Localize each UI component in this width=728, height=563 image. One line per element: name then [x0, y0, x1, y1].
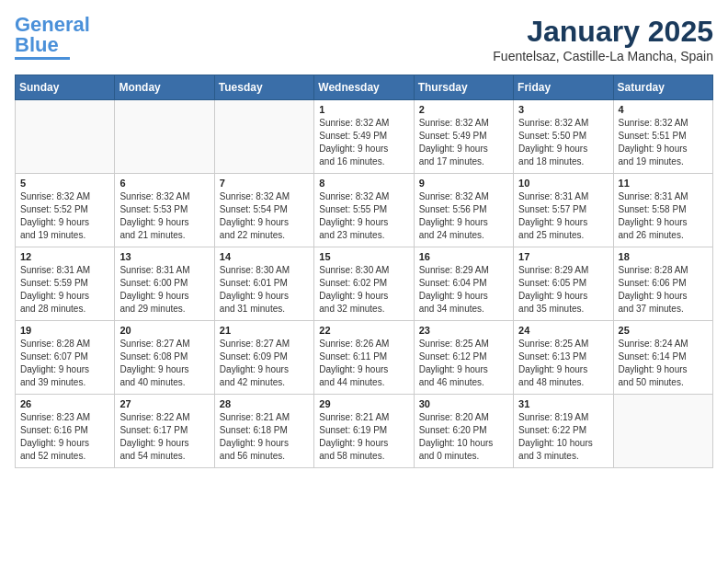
- calendar-cell: 1Sunrise: 8:32 AM Sunset: 5:49 PM Daylig…: [314, 100, 414, 174]
- day-info: Sunrise: 8:24 AM Sunset: 6:14 PM Dayligh…: [619, 338, 708, 389]
- calendar-cell: 23Sunrise: 8:25 AM Sunset: 6:12 PM Dayli…: [414, 321, 513, 395]
- day-info: Sunrise: 8:32 AM Sunset: 5:51 PM Dayligh…: [619, 117, 708, 168]
- calendar-cell: 28Sunrise: 8:21 AM Sunset: 6:18 PM Dayli…: [214, 395, 313, 468]
- day-info: Sunrise: 8:21 AM Sunset: 6:18 PM Dayligh…: [220, 411, 309, 463]
- day-number: 25: [619, 325, 708, 336]
- weekday-header-wednesday: Wednesday: [314, 75, 414, 100]
- calendar-cell: 30Sunrise: 8:20 AM Sunset: 6:20 PM Dayli…: [414, 395, 513, 468]
- day-number: 2: [419, 104, 508, 115]
- calendar-week-row: 1Sunrise: 8:32 AM Sunset: 5:49 PM Daylig…: [16, 100, 713, 174]
- day-number: 9: [419, 178, 508, 189]
- day-number: 20: [119, 325, 209, 336]
- calendar-cell: 5Sunrise: 8:32 AM Sunset: 5:52 PM Daylig…: [16, 174, 115, 247]
- calendar-cell: 10Sunrise: 8:31 AM Sunset: 5:57 PM Dayli…: [514, 174, 613, 247]
- day-info: Sunrise: 8:26 AM Sunset: 6:11 PM Dayligh…: [319, 338, 408, 389]
- day-number: 24: [518, 325, 608, 336]
- day-info: Sunrise: 8:22 AM Sunset: 6:17 PM Dayligh…: [119, 411, 209, 463]
- calendar-cell: 17Sunrise: 8:29 AM Sunset: 6:05 PM Dayli…: [514, 247, 613, 321]
- day-number: 12: [20, 251, 109, 262]
- calendar-cell: 16Sunrise: 8:29 AM Sunset: 6:04 PM Dayli…: [414, 247, 513, 321]
- page-header: General Blue January 2025 Fuentelsaz, Ca…: [15, 15, 713, 63]
- calendar-cell: 27Sunrise: 8:22 AM Sunset: 6:17 PM Dayli…: [115, 395, 214, 468]
- day-number: 5: [20, 178, 109, 189]
- weekday-header-friday: Friday: [514, 75, 613, 100]
- logo-underline: [15, 57, 70, 60]
- day-number: 19: [20, 325, 109, 336]
- day-number: 11: [619, 178, 708, 189]
- logo-blue: Blue: [15, 35, 59, 55]
- calendar-cell: 12Sunrise: 8:31 AM Sunset: 5:59 PM Dayli…: [16, 247, 115, 321]
- calendar-cell: 8Sunrise: 8:32 AM Sunset: 5:55 PM Daylig…: [314, 174, 414, 247]
- calendar-cell: 22Sunrise: 8:26 AM Sunset: 6:11 PM Dayli…: [314, 321, 414, 395]
- calendar-subtitle: Fuentelsaz, Castille-La Mancha, Spain: [493, 49, 713, 63]
- calendar-cell: [115, 100, 214, 174]
- day-number: 30: [419, 398, 508, 409]
- day-number: 7: [220, 178, 309, 189]
- day-number: 22: [319, 325, 408, 336]
- calendar-cell: 7Sunrise: 8:32 AM Sunset: 5:54 PM Daylig…: [214, 174, 313, 247]
- day-info: Sunrise: 8:32 AM Sunset: 5:54 PM Dayligh…: [220, 190, 309, 242]
- day-info: Sunrise: 8:30 AM Sunset: 6:02 PM Dayligh…: [319, 264, 408, 316]
- day-info: Sunrise: 8:32 AM Sunset: 5:55 PM Dayligh…: [319, 190, 408, 242]
- day-number: 21: [220, 325, 309, 336]
- weekday-header-thursday: Thursday: [414, 75, 513, 100]
- day-number: 14: [220, 251, 309, 262]
- calendar-cell: 21Sunrise: 8:27 AM Sunset: 6:09 PM Dayli…: [214, 321, 313, 395]
- day-info: Sunrise: 8:32 AM Sunset: 5:53 PM Dayligh…: [119, 190, 209, 242]
- day-info: Sunrise: 8:23 AM Sunset: 6:16 PM Dayligh…: [20, 411, 109, 463]
- day-number: 16: [419, 251, 508, 262]
- day-info: Sunrise: 8:28 AM Sunset: 6:06 PM Dayligh…: [619, 264, 708, 316]
- day-number: 18: [619, 251, 708, 262]
- calendar-week-row: 26Sunrise: 8:23 AM Sunset: 6:16 PM Dayli…: [16, 395, 713, 468]
- calendar-cell: [16, 100, 115, 174]
- day-info: Sunrise: 8:31 AM Sunset: 5:58 PM Dayligh…: [619, 190, 708, 242]
- day-info: Sunrise: 8:28 AM Sunset: 6:07 PM Dayligh…: [20, 338, 109, 389]
- calendar-cell: 15Sunrise: 8:30 AM Sunset: 6:02 PM Dayli…: [314, 247, 414, 321]
- day-info: Sunrise: 8:25 AM Sunset: 6:13 PM Dayligh…: [518, 338, 608, 389]
- calendar-week-row: 5Sunrise: 8:32 AM Sunset: 5:52 PM Daylig…: [16, 174, 713, 247]
- day-info: Sunrise: 8:30 AM Sunset: 6:01 PM Dayligh…: [220, 264, 309, 316]
- weekday-header-monday: Monday: [115, 75, 214, 100]
- calendar-cell: 29Sunrise: 8:21 AM Sunset: 6:19 PM Dayli…: [314, 395, 414, 468]
- weekday-header-sunday: Sunday: [16, 75, 115, 100]
- calendar-week-row: 12Sunrise: 8:31 AM Sunset: 5:59 PM Dayli…: [16, 247, 713, 321]
- day-info: Sunrise: 8:31 AM Sunset: 5:59 PM Dayligh…: [20, 264, 109, 316]
- day-number: 1: [319, 104, 408, 115]
- day-info: Sunrise: 8:31 AM Sunset: 6:00 PM Dayligh…: [119, 264, 209, 316]
- day-number: 6: [119, 178, 209, 189]
- day-number: 23: [419, 325, 508, 336]
- calendar-title: January 2025: [493, 15, 713, 49]
- day-number: 3: [518, 104, 608, 115]
- calendar-cell: 31Sunrise: 8:19 AM Sunset: 6:22 PM Dayli…: [514, 395, 613, 468]
- calendar-cell: 19Sunrise: 8:28 AM Sunset: 6:07 PM Dayli…: [16, 321, 115, 395]
- day-number: 27: [119, 398, 209, 409]
- day-number: 10: [518, 178, 608, 189]
- calendar-cell: 24Sunrise: 8:25 AM Sunset: 6:13 PM Dayli…: [514, 321, 613, 395]
- day-info: Sunrise: 8:21 AM Sunset: 6:19 PM Dayligh…: [319, 411, 408, 463]
- calendar-cell: 25Sunrise: 8:24 AM Sunset: 6:14 PM Dayli…: [613, 321, 712, 395]
- day-info: Sunrise: 8:29 AM Sunset: 6:04 PM Dayligh…: [419, 264, 508, 316]
- day-number: 4: [619, 104, 708, 115]
- day-info: Sunrise: 8:27 AM Sunset: 6:08 PM Dayligh…: [119, 338, 209, 389]
- day-info: Sunrise: 8:20 AM Sunset: 6:20 PM Dayligh…: [419, 411, 508, 463]
- day-number: 13: [119, 251, 209, 262]
- day-info: Sunrise: 8:32 AM Sunset: 5:52 PM Dayligh…: [20, 190, 109, 242]
- calendar-cell: 3Sunrise: 8:32 AM Sunset: 5:50 PM Daylig…: [514, 100, 613, 174]
- calendar-cell: 20Sunrise: 8:27 AM Sunset: 6:08 PM Dayli…: [115, 321, 214, 395]
- calendar-week-row: 19Sunrise: 8:28 AM Sunset: 6:07 PM Dayli…: [16, 321, 713, 395]
- calendar-cell: 14Sunrise: 8:30 AM Sunset: 6:01 PM Dayli…: [214, 247, 313, 321]
- calendar-cell: 6Sunrise: 8:32 AM Sunset: 5:53 PM Daylig…: [115, 174, 214, 247]
- weekday-header-tuesday: Tuesday: [214, 75, 313, 100]
- day-info: Sunrise: 8:25 AM Sunset: 6:12 PM Dayligh…: [419, 338, 508, 389]
- weekday-header-row: SundayMondayTuesdayWednesdayThursdayFrid…: [16, 75, 713, 100]
- day-number: 31: [518, 398, 608, 409]
- calendar-table: SundayMondayTuesdayWednesdayThursdayFrid…: [15, 75, 713, 468]
- weekday-header-saturday: Saturday: [613, 75, 712, 100]
- day-number: 29: [319, 398, 408, 409]
- day-info: Sunrise: 8:31 AM Sunset: 5:57 PM Dayligh…: [518, 190, 608, 242]
- day-info: Sunrise: 8:32 AM Sunset: 5:50 PM Dayligh…: [518, 117, 608, 168]
- calendar-cell: [214, 100, 313, 174]
- day-number: 17: [518, 251, 608, 262]
- day-info: Sunrise: 8:32 AM Sunset: 5:49 PM Dayligh…: [319, 117, 408, 168]
- day-info: Sunrise: 8:19 AM Sunset: 6:22 PM Dayligh…: [518, 411, 608, 463]
